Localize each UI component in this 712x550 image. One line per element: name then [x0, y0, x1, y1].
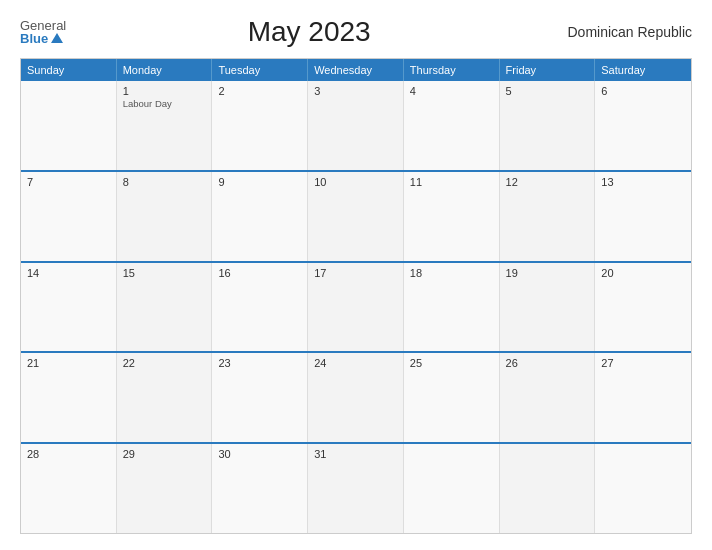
- day-number: 10: [314, 176, 397, 188]
- day-number: 7: [27, 176, 110, 188]
- day-number: 14: [27, 267, 110, 279]
- day-header-monday: Monday: [117, 59, 213, 81]
- calendar-title: May 2023: [66, 16, 552, 48]
- day-number: 16: [218, 267, 301, 279]
- day-cell: 30: [212, 444, 308, 533]
- day-cell: 7: [21, 172, 117, 261]
- day-number: 25: [410, 357, 493, 369]
- day-cell: 29: [117, 444, 213, 533]
- day-cell: 21: [21, 353, 117, 442]
- day-cell: 1Labour Day: [117, 81, 213, 170]
- day-cell: [21, 81, 117, 170]
- day-header-sunday: Sunday: [21, 59, 117, 81]
- day-cell: 16: [212, 263, 308, 352]
- day-number: 24: [314, 357, 397, 369]
- day-number: 21: [27, 357, 110, 369]
- day-cell: 2: [212, 81, 308, 170]
- day-number: 11: [410, 176, 493, 188]
- logo: General Blue: [20, 19, 66, 45]
- day-cell: 12: [500, 172, 596, 261]
- day-header-wednesday: Wednesday: [308, 59, 404, 81]
- day-cell: 26: [500, 353, 596, 442]
- day-number: 9: [218, 176, 301, 188]
- week-2: 78910111213: [21, 170, 691, 261]
- day-number: 4: [410, 85, 493, 97]
- day-number: 18: [410, 267, 493, 279]
- day-headers-row: Sunday Monday Tuesday Wednesday Thursday…: [21, 59, 691, 81]
- day-header-tuesday: Tuesday: [212, 59, 308, 81]
- weeks: 1Labour Day23456789101112131415161718192…: [21, 81, 691, 533]
- day-cell: 6: [595, 81, 691, 170]
- day-cell: 13: [595, 172, 691, 261]
- day-cell: 22: [117, 353, 213, 442]
- day-number: 8: [123, 176, 206, 188]
- logo-triangle-icon: [51, 33, 63, 43]
- day-cell: [404, 444, 500, 533]
- day-number: 12: [506, 176, 589, 188]
- week-1: 1Labour Day23456: [21, 81, 691, 170]
- holiday-label: Labour Day: [123, 98, 206, 109]
- day-cell: 23: [212, 353, 308, 442]
- calendar: Sunday Monday Tuesday Wednesday Thursday…: [20, 58, 692, 534]
- day-number: 27: [601, 357, 685, 369]
- day-number: 20: [601, 267, 685, 279]
- day-number: 29: [123, 448, 206, 460]
- day-cell: 28: [21, 444, 117, 533]
- day-number: 30: [218, 448, 301, 460]
- day-cell: 4: [404, 81, 500, 170]
- day-cell: 25: [404, 353, 500, 442]
- day-cell: 24: [308, 353, 404, 442]
- day-cell: 14: [21, 263, 117, 352]
- day-cell: 5: [500, 81, 596, 170]
- country-label: Dominican Republic: [552, 24, 692, 40]
- day-number: 15: [123, 267, 206, 279]
- day-number: 17: [314, 267, 397, 279]
- day-cell: 31: [308, 444, 404, 533]
- day-cell: 9: [212, 172, 308, 261]
- day-number: 5: [506, 85, 589, 97]
- day-cell: 3: [308, 81, 404, 170]
- page: General Blue May 2023 Dominican Republic…: [0, 0, 712, 550]
- day-number: 13: [601, 176, 685, 188]
- day-cell: 11: [404, 172, 500, 261]
- day-number: 26: [506, 357, 589, 369]
- day-cell: 18: [404, 263, 500, 352]
- day-header-friday: Friday: [500, 59, 596, 81]
- day-number: 6: [601, 85, 685, 97]
- day-cell: 8: [117, 172, 213, 261]
- day-number: 2: [218, 85, 301, 97]
- day-number: 1: [123, 85, 206, 97]
- week-4: 21222324252627: [21, 351, 691, 442]
- day-cell: 19: [500, 263, 596, 352]
- day-number: 22: [123, 357, 206, 369]
- day-number: 3: [314, 85, 397, 97]
- header: General Blue May 2023 Dominican Republic: [20, 16, 692, 48]
- day-number: 19: [506, 267, 589, 279]
- day-cell: 20: [595, 263, 691, 352]
- day-number: 28: [27, 448, 110, 460]
- day-number: 31: [314, 448, 397, 460]
- week-5: 28293031: [21, 442, 691, 533]
- day-header-saturday: Saturday: [595, 59, 691, 81]
- day-cell: [595, 444, 691, 533]
- day-cell: 27: [595, 353, 691, 442]
- day-cell: 10: [308, 172, 404, 261]
- day-number: 23: [218, 357, 301, 369]
- week-3: 14151617181920: [21, 261, 691, 352]
- logo-blue-text: Blue: [20, 32, 66, 45]
- day-header-thursday: Thursday: [404, 59, 500, 81]
- day-cell: 17: [308, 263, 404, 352]
- day-cell: 15: [117, 263, 213, 352]
- day-cell: [500, 444, 596, 533]
